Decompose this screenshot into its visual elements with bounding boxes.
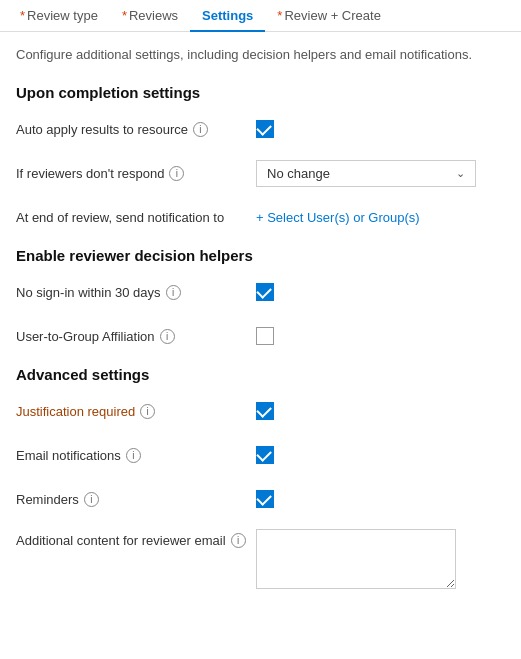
advanced-section: Advanced settings Justification required…	[16, 366, 505, 589]
group-affiliation-info-icon[interactable]: i	[160, 329, 175, 344]
group-affiliation-control	[256, 327, 505, 345]
no-respond-dropdown[interactable]: No change ⌄	[256, 160, 476, 187]
reminders-checkbox[interactable]	[256, 490, 274, 508]
reminders-control	[256, 490, 505, 508]
auto-apply-row: Auto apply results to resource i	[16, 115, 505, 143]
auto-apply-label: Auto apply results to resource i	[16, 122, 256, 137]
additional-content-label: Additional content for reviewer email i	[16, 533, 256, 548]
email-notifications-control	[256, 446, 505, 464]
justification-info-icon[interactable]: i	[140, 404, 155, 419]
tab-settings[interactable]: Settings	[190, 0, 265, 31]
page-description: Configure additional settings, including…	[16, 46, 505, 64]
no-signin-label: No sign-in within 30 days i	[16, 285, 256, 300]
completion-section: Upon completion settings Auto apply resu…	[16, 84, 505, 231]
email-notifications-info-icon[interactable]: i	[126, 448, 141, 463]
decision-heading: Enable reviewer decision helpers	[16, 247, 505, 264]
justification-checkbox[interactable]	[256, 402, 274, 420]
justification-row: Justification required i	[16, 397, 505, 425]
asterisk: *	[20, 8, 25, 23]
no-respond-info-icon[interactable]: i	[169, 166, 184, 181]
group-affiliation-row: User-to-Group Affiliation i	[16, 322, 505, 350]
no-signin-info-icon[interactable]: i	[166, 285, 181, 300]
email-notifications-label: Email notifications i	[16, 448, 256, 463]
no-signin-row: No sign-in within 30 days i	[16, 278, 505, 306]
send-notification-control: + Select User(s) or Group(s)	[256, 210, 505, 225]
asterisk: *	[122, 8, 127, 23]
reminders-label: Reminders i	[16, 492, 256, 507]
email-notifications-row: Email notifications i	[16, 441, 505, 469]
auto-apply-control	[256, 120, 505, 138]
email-notifications-checkbox[interactable]	[256, 446, 274, 464]
additional-content-control	[256, 529, 505, 589]
tab-review-type[interactable]: *Review type	[8, 0, 110, 31]
chevron-down-icon: ⌄	[456, 167, 465, 180]
asterisk: *	[277, 8, 282, 23]
tab-review-create[interactable]: *Review + Create	[265, 0, 393, 31]
auto-apply-info-icon[interactable]: i	[193, 122, 208, 137]
additional-content-info-icon[interactable]: i	[231, 533, 246, 548]
tab-reviews[interactable]: *Reviews	[110, 0, 190, 31]
completion-heading: Upon completion settings	[16, 84, 505, 101]
no-signin-checkbox[interactable]	[256, 283, 274, 301]
justification-control	[256, 402, 505, 420]
send-notification-label: At end of review, send notification to	[16, 210, 256, 225]
additional-content-row: Additional content for reviewer email i	[16, 529, 505, 589]
select-user-link[interactable]: + Select User(s) or Group(s)	[256, 210, 420, 225]
settings-content: Configure additional settings, including…	[0, 32, 521, 619]
reminders-row: Reminders i	[16, 485, 505, 513]
auto-apply-checkbox[interactable]	[256, 120, 274, 138]
no-signin-control	[256, 283, 505, 301]
tab-navigation: *Review type *Reviews Settings *Review +…	[0, 0, 521, 32]
group-affiliation-label: User-to-Group Affiliation i	[16, 329, 256, 344]
no-respond-label: If reviewers don't respond i	[16, 166, 256, 181]
advanced-heading: Advanced settings	[16, 366, 505, 383]
group-affiliation-checkbox[interactable]	[256, 327, 274, 345]
decision-section: Enable reviewer decision helpers No sign…	[16, 247, 505, 350]
no-respond-row: If reviewers don't respond i No change ⌄	[16, 159, 505, 187]
justification-label: Justification required i	[16, 404, 256, 419]
no-respond-control: No change ⌄	[256, 160, 505, 187]
reviewer-email-textarea[interactable]	[256, 529, 456, 589]
reminders-info-icon[interactable]: i	[84, 492, 99, 507]
send-notification-row: At end of review, send notification to +…	[16, 203, 505, 231]
